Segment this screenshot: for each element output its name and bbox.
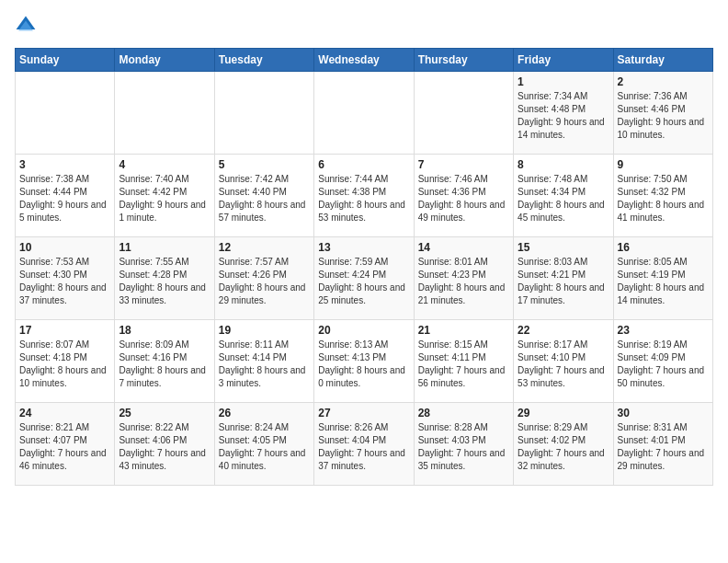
day-number: 18 [119,324,210,337]
calendar-week-row: 17Sunrise: 8:07 AM Sunset: 4:18 PM Dayli… [16,320,713,403]
calendar-cell: 7Sunrise: 7:46 AM Sunset: 4:36 PM Daylig… [414,155,513,237]
calendar-cell: 3Sunrise: 7:38 AM Sunset: 4:44 PM Daylig… [16,155,115,237]
calendar-cell: 22Sunrise: 8:17 AM Sunset: 4:10 PM Dayli… [514,320,613,403]
day-info: Sunrise: 8:03 AM Sunset: 4:21 PM Dayligh… [518,256,609,307]
day-info: Sunrise: 8:26 AM Sunset: 4:04 PM Dayligh… [318,421,409,473]
day-number: 14 [418,241,509,254]
calendar-cell: 25Sunrise: 8:22 AM Sunset: 4:06 PM Dayli… [115,403,214,486]
day-number: 4 [119,158,210,171]
day-number: 20 [318,324,409,337]
logo [15,15,40,37]
day-info: Sunrise: 7:50 AM Sunset: 4:32 PM Dayligh… [618,173,709,224]
day-number: 22 [518,324,609,337]
day-number: 24 [19,407,110,419]
header [15,15,713,37]
calendar-cell: 19Sunrise: 8:11 AM Sunset: 4:14 PM Dayli… [214,320,313,403]
day-info: Sunrise: 8:29 AM Sunset: 4:02 PM Dayligh… [518,421,609,473]
calendar-header-row: SundayMondayTuesdayWednesdayThursdayFrid… [16,49,713,72]
day-info: Sunrise: 8:31 AM Sunset: 4:01 PM Dayligh… [618,421,709,473]
calendar-cell: 23Sunrise: 8:19 AM Sunset: 4:09 PM Dayli… [613,320,712,403]
calendar-cell [414,72,513,155]
day-info: Sunrise: 8:09 AM Sunset: 4:16 PM Dayligh… [119,339,210,390]
day-info: Sunrise: 8:24 AM Sunset: 4:05 PM Dayligh… [219,421,310,473]
day-info: Sunrise: 8:28 AM Sunset: 4:03 PM Dayligh… [418,421,509,473]
calendar-cell: 14Sunrise: 8:01 AM Sunset: 4:23 PM Dayli… [414,237,513,320]
day-info: Sunrise: 7:59 AM Sunset: 4:24 PM Dayligh… [318,256,409,307]
calendar-cell: 6Sunrise: 7:44 AM Sunset: 4:38 PM Daylig… [314,155,414,237]
day-info: Sunrise: 7:36 AM Sunset: 4:46 PM Dayligh… [618,90,709,142]
day-info: Sunrise: 8:11 AM Sunset: 4:14 PM Dayligh… [219,339,310,390]
calendar-cell: 16Sunrise: 8:05 AM Sunset: 4:19 PM Dayli… [613,237,712,320]
calendar-cell: 9Sunrise: 7:50 AM Sunset: 4:32 PM Daylig… [613,155,712,237]
day-info: Sunrise: 7:44 AM Sunset: 4:38 PM Dayligh… [318,173,409,224]
calendar-cell: 15Sunrise: 8:03 AM Sunset: 4:21 PM Dayli… [514,237,613,320]
day-number: 2 [618,75,709,88]
calendar-cell: 1Sunrise: 7:34 AM Sunset: 4:48 PM Daylig… [514,72,613,155]
calendar-week-row: 10Sunrise: 7:53 AM Sunset: 4:30 PM Dayli… [16,237,713,320]
day-info: Sunrise: 8:21 AM Sunset: 4:07 PM Dayligh… [19,421,110,473]
day-info: Sunrise: 8:13 AM Sunset: 4:13 PM Dayligh… [318,339,409,390]
day-info: Sunrise: 8:15 AM Sunset: 4:11 PM Dayligh… [418,339,509,390]
calendar-cell: 21Sunrise: 8:15 AM Sunset: 4:11 PM Dayli… [414,320,513,403]
calendar-cell: 2Sunrise: 7:36 AM Sunset: 4:46 PM Daylig… [613,72,712,155]
day-info: Sunrise: 8:05 AM Sunset: 4:19 PM Dayligh… [618,256,709,307]
day-number: 19 [219,324,310,337]
day-info: Sunrise: 7:34 AM Sunset: 4:48 PM Dayligh… [518,90,609,142]
calendar-cell [16,72,115,155]
calendar-cell: 8Sunrise: 7:48 AM Sunset: 4:34 PM Daylig… [514,155,613,237]
calendar-cell: 30Sunrise: 8:31 AM Sunset: 4:01 PM Dayli… [613,403,712,486]
calendar-header-tuesday: Tuesday [214,49,313,72]
day-info: Sunrise: 7:38 AM Sunset: 4:44 PM Dayligh… [19,173,110,224]
day-number: 28 [418,407,509,419]
day-number: 27 [318,407,409,419]
calendar-cell: 26Sunrise: 8:24 AM Sunset: 4:05 PM Dayli… [214,403,313,486]
day-info: Sunrise: 8:19 AM Sunset: 4:09 PM Dayligh… [618,339,709,390]
day-info: Sunrise: 7:46 AM Sunset: 4:36 PM Dayligh… [418,173,509,224]
day-number: 30 [618,407,709,419]
day-number: 25 [119,407,210,419]
calendar-cell: 29Sunrise: 8:29 AM Sunset: 4:02 PM Dayli… [514,403,613,486]
day-number: 9 [618,158,709,171]
calendar-cell: 20Sunrise: 8:13 AM Sunset: 4:13 PM Dayli… [314,320,414,403]
day-number: 29 [518,407,609,419]
day-info: Sunrise: 7:42 AM Sunset: 4:40 PM Dayligh… [219,173,310,224]
day-info: Sunrise: 8:22 AM Sunset: 4:06 PM Dayligh… [119,421,210,473]
calendar-cell: 17Sunrise: 8:07 AM Sunset: 4:18 PM Dayli… [16,320,115,403]
day-info: Sunrise: 8:01 AM Sunset: 4:23 PM Dayligh… [418,256,509,307]
day-info: Sunrise: 8:07 AM Sunset: 4:18 PM Dayligh… [19,339,110,390]
calendar-header-saturday: Saturday [613,49,712,72]
day-info: Sunrise: 7:40 AM Sunset: 4:42 PM Dayligh… [119,173,210,224]
calendar-cell: 4Sunrise: 7:40 AM Sunset: 4:42 PM Daylig… [115,155,214,237]
calendar-week-row: 1Sunrise: 7:34 AM Sunset: 4:48 PM Daylig… [16,72,713,155]
calendar-cell: 12Sunrise: 7:57 AM Sunset: 4:26 PM Dayli… [214,237,313,320]
calendar-cell: 11Sunrise: 7:55 AM Sunset: 4:28 PM Dayli… [115,237,214,320]
day-number: 6 [318,158,409,171]
day-number: 11 [119,241,210,254]
day-number: 7 [418,158,509,171]
calendar-cell [115,72,214,155]
calendar-week-row: 3Sunrise: 7:38 AM Sunset: 4:44 PM Daylig… [16,155,713,237]
day-number: 23 [618,324,709,337]
day-number: 17 [19,324,110,337]
calendar-table: SundayMondayTuesdayWednesdayThursdayFrid… [15,48,713,486]
calendar-header-sunday: Sunday [16,49,115,72]
calendar-header-monday: Monday [115,49,214,72]
day-info: Sunrise: 8:17 AM Sunset: 4:10 PM Dayligh… [518,339,609,390]
day-info: Sunrise: 7:48 AM Sunset: 4:34 PM Dayligh… [518,173,609,224]
day-number: 15 [518,241,609,254]
day-number: 12 [219,241,310,254]
calendar-cell: 13Sunrise: 7:59 AM Sunset: 4:24 PM Dayli… [314,237,414,320]
day-info: Sunrise: 7:55 AM Sunset: 4:28 PM Dayligh… [119,256,210,307]
calendar-week-row: 24Sunrise: 8:21 AM Sunset: 4:07 PM Dayli… [16,403,713,486]
day-number: 5 [219,158,310,171]
day-number: 16 [618,241,709,254]
day-info: Sunrise: 7:57 AM Sunset: 4:26 PM Dayligh… [219,256,310,307]
calendar-header-thursday: Thursday [414,49,513,72]
day-number: 21 [418,324,509,337]
day-number: 10 [19,241,110,254]
day-number: 3 [19,158,110,171]
calendar-cell: 18Sunrise: 8:09 AM Sunset: 4:16 PM Dayli… [115,320,214,403]
calendar-cell: 5Sunrise: 7:42 AM Sunset: 4:40 PM Daylig… [214,155,313,237]
day-info: Sunrise: 7:53 AM Sunset: 4:30 PM Dayligh… [19,256,110,307]
calendar-cell [314,72,414,155]
